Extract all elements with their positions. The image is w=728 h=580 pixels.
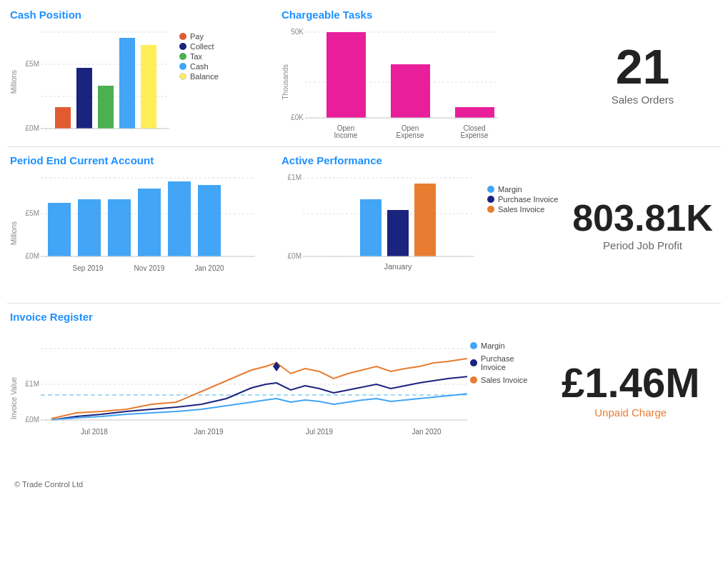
svg-rect-32 bbox=[48, 203, 71, 256]
invoice-register-chart: £1M £0M bbox=[19, 327, 467, 470]
chargeable-tasks-chart: £50K £0K Open Income Open Expense Closed… bbox=[291, 25, 505, 139]
svg-text:£5M: £5M bbox=[26, 209, 39, 217]
svg-marker-58 bbox=[273, 361, 280, 371]
svg-rect-18 bbox=[391, 64, 430, 118]
unpaid-charge-label: Unpaid Charge bbox=[594, 406, 667, 419]
svg-text:Expense: Expense bbox=[397, 131, 424, 139]
svg-rect-17 bbox=[326, 32, 366, 118]
svg-text:January: January bbox=[384, 262, 412, 271]
period-end-section: Period End Current Account Millions £5M … bbox=[7, 151, 279, 299]
svg-rect-47 bbox=[360, 199, 382, 256]
svg-text:Jan 2020: Jan 2020 bbox=[412, 428, 442, 436]
footer-text: © Trade Control Ltd bbox=[14, 480, 83, 489]
svg-text:Expense: Expense bbox=[461, 131, 489, 139]
svg-text:Sep 2019: Sep 2019 bbox=[73, 264, 104, 272]
unpaid-charge-kpi: £1.46M Unpaid Charge bbox=[540, 308, 721, 473]
invoice-register-y-label: Invoice Value bbox=[10, 377, 18, 419]
period-end-y-label: Millions bbox=[10, 221, 18, 245]
sales-orders-number: 21 bbox=[616, 42, 670, 91]
svg-text:£1M: £1M bbox=[26, 380, 39, 388]
chargeable-tasks-title: Chargeable Tasks bbox=[281, 9, 562, 21]
period-job-profit-kpi: 803.81K Period Job Profit bbox=[564, 151, 721, 299]
svg-rect-48 bbox=[387, 210, 409, 256]
svg-text:Income: Income bbox=[334, 131, 358, 139]
divider-2 bbox=[7, 303, 721, 304]
svg-rect-10 bbox=[141, 45, 156, 129]
svg-rect-49 bbox=[414, 184, 436, 256]
svg-text:£0M: £0M bbox=[288, 252, 301, 260]
svg-text:Jul 2018: Jul 2018 bbox=[81, 428, 108, 436]
chargeable-tasks-section: Chargeable Tasks Thousands £50K £0K bbox=[279, 6, 564, 142]
cash-position-legend: Pay Collect Tax Cash Balance bbox=[179, 32, 219, 82]
unpaid-charge-number: £1.46M bbox=[562, 362, 699, 404]
svg-text:£1M: £1M bbox=[288, 174, 301, 181]
svg-text:£0M: £0M bbox=[26, 252, 39, 260]
svg-rect-7 bbox=[76, 68, 92, 129]
sales-orders-label: Sales Orders bbox=[612, 94, 674, 106]
svg-rect-36 bbox=[168, 181, 191, 256]
footer: © Trade Control Ltd bbox=[7, 476, 721, 493]
svg-text:£5M: £5M bbox=[26, 60, 39, 68]
cash-position-title: Cash Position bbox=[10, 9, 276, 21]
cash-position-y-label: Millions bbox=[10, 70, 18, 94]
svg-text:Jan 2020: Jan 2020 bbox=[194, 264, 224, 272]
invoice-register-section: Invoice Register Invoice Value £1M £0M bbox=[7, 308, 540, 473]
svg-text:£0K: £0K bbox=[291, 114, 304, 121]
svg-rect-19 bbox=[455, 107, 494, 118]
svg-text:£0M: £0M bbox=[26, 416, 39, 424]
chargeable-tasks-y-label: Thousands bbox=[281, 64, 289, 99]
invoice-register-title: Invoice Register bbox=[10, 311, 537, 323]
active-performance-chart: £1M £0M January bbox=[281, 171, 482, 296]
sales-orders-kpi: 21 Sales Orders bbox=[564, 6, 721, 142]
svg-text:Jan 2019: Jan 2019 bbox=[194, 428, 224, 436]
svg-rect-33 bbox=[78, 199, 101, 256]
period-job-profit-label: Period Job Profit bbox=[603, 239, 682, 251]
divider-1 bbox=[7, 146, 721, 147]
invoice-register-legend: Margin Purchase Invoice Sales Invoice bbox=[470, 341, 537, 386]
cash-position-section: Cash Position Millions £5M £0M bbox=[7, 6, 279, 142]
svg-rect-8 bbox=[98, 86, 114, 129]
period-job-profit-number: 803.81K bbox=[572, 199, 713, 236]
svg-rect-6 bbox=[55, 107, 71, 129]
svg-text:£0M: £0M bbox=[26, 124, 39, 132]
svg-text:Jul 2019: Jul 2019 bbox=[306, 428, 333, 436]
period-end-chart: £5M £0M Sep 2019 Nov 2019 Jan 2020 bbox=[19, 171, 262, 296]
svg-rect-34 bbox=[108, 199, 131, 256]
active-performance-title: Active Performance bbox=[281, 154, 562, 166]
svg-rect-37 bbox=[198, 185, 221, 256]
active-performance-section: Active Performance £1M £0M bbox=[279, 151, 564, 299]
svg-text:£50K: £50K bbox=[291, 28, 304, 36]
svg-rect-35 bbox=[138, 189, 161, 256]
active-performance-legend: Margin Purchase Invoice Sales Invoice bbox=[487, 185, 558, 215]
period-end-title: Period End Current Account bbox=[10, 154, 276, 166]
svg-text:Nov 2019: Nov 2019 bbox=[134, 264, 165, 272]
svg-rect-9 bbox=[119, 38, 135, 129]
cash-position-chart: £5M £0M bbox=[19, 25, 176, 139]
